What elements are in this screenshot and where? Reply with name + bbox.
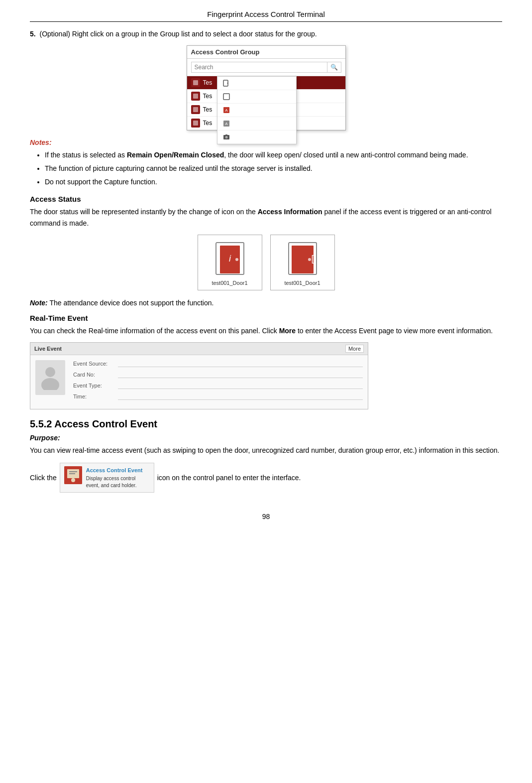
svg-point-16 [235,258,238,261]
card-no-label: Card No: [73,372,118,378]
door-open-box: i test001_Door1 [198,235,262,290]
page-number: 98 [30,513,502,521]
svg-rect-3 [223,94,229,100]
ace-icon-line1: Display access control [86,475,143,482]
event-source-value [118,360,363,367]
time-value [118,393,363,400]
access-info-bold: Access Information [258,208,322,216]
access-status-section: Access Status The door status will be re… [30,195,502,290]
door-closed-box: [ test001_Door1 [270,235,335,290]
ctx-open-label: Open [234,80,249,87]
note-item: Do not support the Capture function. [45,176,502,188]
rte-text: You can check the Real-time information … [30,325,502,336]
acg-dialog-title: Access Control Group [187,46,345,59]
live-event-header: Live Event More [30,343,368,355]
page-title: Fingerprint Access Control Terminal [30,10,502,22]
event-source-label: Event Source: [73,361,118,367]
svg-point-20 [308,258,311,261]
svg-rect-10 [225,134,227,135]
acg-search-button[interactable]: 🔍 [327,62,341,73]
ctx-close-label: Close [234,93,250,100]
door-status-wrapper: i test001_Door1 [ test001_Door1 [30,235,502,290]
svg-rect-0 [193,80,198,85]
svg-rect-11 [193,94,198,99]
door-closed-icon-large: [ [288,241,318,276]
card-no-value [118,371,363,378]
ace-icon-box: Access Control Event Display access cont… [60,463,154,493]
door-open-icon-large: i [215,241,245,276]
acg-search-input[interactable] [191,62,327,73]
rte-more-bold: More [279,327,296,335]
context-menu: Open Close [217,76,297,144]
live-event-avatar [35,360,65,395]
time-field: Time: [73,393,363,400]
ace-icon-title: Access Control Event [86,466,143,475]
ctx-always-open-label: Always Open [234,107,270,114]
notes-section: Notes: If the status is selected as Rema… [30,138,502,188]
live-event-fields: Event Source: Card No: Event Type: Time: [73,360,363,404]
svg-point-23 [41,378,59,390]
rte-heading: Real-Time Event [30,314,502,322]
purpose-label: Purpose: [30,434,502,442]
svg-rect-13 [193,121,198,126]
svg-rect-27 [69,473,75,474]
step5-description: (Optional) Right click on a group in the… [39,30,317,38]
time-label: Time: [73,393,118,399]
live-event-more-button[interactable]: More [345,345,364,353]
live-event-body: Event Source: Card No: Event Type: Time: [30,355,368,409]
acg-search-row: 🔍 [187,59,345,76]
item-label: Tes [203,120,213,127]
svg-point-9 [225,136,227,138]
item-icon [191,78,200,87]
svg-point-28 [71,478,75,482]
ctx-always-open[interactable]: A Always Open [217,104,296,117]
item-icon [191,105,200,114]
note-item: The function of picture capturing cannot… [45,163,502,175]
live-event-wrapper: Live Event More Event Source: [30,342,502,409]
item-label: Tes [203,106,213,113]
svg-text:A: A [225,122,228,126]
svg-rect-12 [193,107,198,112]
always-close-icon: A [222,120,230,128]
open-door-icon [222,79,230,87]
ctx-snapshot[interactable]: Snapshot [217,130,296,144]
ace-icon-image [64,466,82,484]
list-item[interactable]: Tes Open [187,76,345,90]
snapshot-icon [222,133,230,141]
access-status-heading: Access Status [30,195,502,203]
note-italic-label: Note: [30,299,48,307]
note-attendance: Note: The attendance device does not sup… [30,297,502,308]
acg-dialog-wrapper: Access Control Group 🔍 Tes [30,45,502,130]
svg-text:[: [ [311,254,314,263]
ace-icon-text: Access Control Event Display access cont… [86,466,143,489]
event-type-field: Event Type: [73,382,363,389]
ace-icon-wrapper: Click the Access Control Event Display a… [30,463,502,493]
ace-icon-line2: event, and card holder. [86,482,143,489]
door-open-label: test001_Door1 [212,280,247,286]
svg-text:A: A [225,108,228,113]
event-type-label: Event Type: [73,383,118,389]
ctx-always-close-label: Always Close [234,120,270,127]
ctx-always-close[interactable]: A Always Close [217,117,296,130]
live-event-panel: Live Event More Event Source: [30,342,368,409]
click-text-before: Click the [30,472,57,483]
click-text-after: icon on the control panel to enter the i… [157,472,301,483]
live-event-title: Live Event [34,346,62,352]
access-status-text: The door status will be represented inst… [30,206,502,229]
item-icon [191,92,200,101]
notes-list: If the status is selected as Remain Open… [30,149,502,188]
svg-point-22 [45,367,55,377]
item-label: Tes [203,79,213,86]
ctx-close[interactable]: Close [217,90,296,104]
item-label: Tes [203,93,213,100]
event-type-value [118,382,363,389]
acg-list: Tes Open [187,76,345,130]
ctx-open[interactable]: Open [217,77,296,90]
step5-text: 5. (Optional) Right click on a group in … [30,29,502,39]
event-source-field: Event Source: [73,360,363,367]
section-552-heading: 5.5.2 Access Control Event [30,418,502,430]
note-attendance-text: The attendance device does not support t… [48,299,214,307]
section-552: 5.5.2 Access Control Event Purpose: You … [30,418,502,493]
always-open-icon: A [222,106,230,114]
svg-rect-26 [69,471,77,472]
